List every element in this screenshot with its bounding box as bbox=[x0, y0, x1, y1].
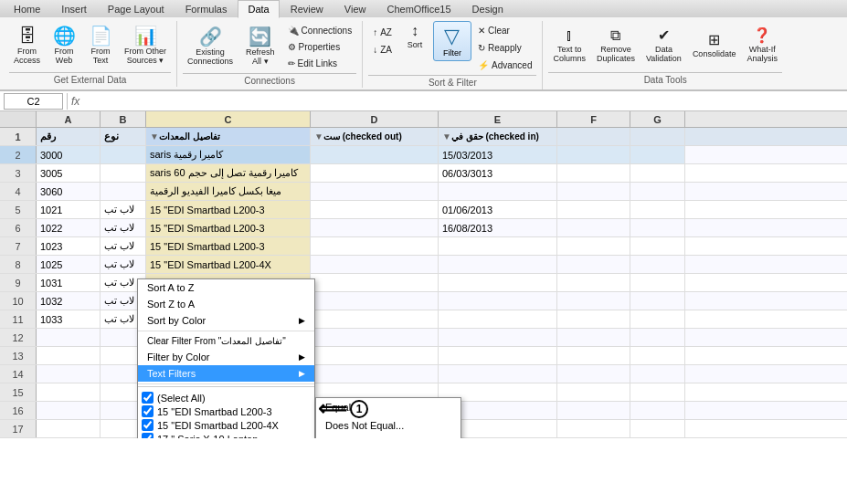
cell-c6[interactable]: 15 "EDI Smartbad L200-3 bbox=[146, 219, 311, 236]
cell-a1[interactable]: رقم bbox=[37, 128, 101, 145]
sort-az-button[interactable]: ↑AZ bbox=[368, 25, 397, 40]
sort-button[interactable]: ↕ Sort bbox=[398, 21, 431, 52]
cell-c2[interactable]: كاميرا رقمية saris bbox=[146, 146, 311, 163]
cell-d6[interactable] bbox=[311, 219, 439, 236]
cell-g3[interactable] bbox=[630, 164, 685, 182]
clear-button[interactable]: ✕ Clear bbox=[473, 23, 536, 38]
cell-b8[interactable]: لاب تب bbox=[101, 256, 146, 273]
cell-c7[interactable]: 15 "EDI Smartbad L200-3 bbox=[146, 237, 311, 255]
cell-e6[interactable]: 16/08/2013 bbox=[439, 219, 557, 236]
cell-e7[interactable] bbox=[439, 237, 557, 255]
tab-insert[interactable]: Insert bbox=[51, 0, 97, 17]
col-header-b[interactable]: B bbox=[101, 111, 146, 127]
cell-a6[interactable]: 1022 bbox=[37, 219, 101, 236]
refresh-all-button[interactable]: 🔄 RefreshAll ▾ bbox=[241, 25, 280, 68]
cell-e1[interactable]: (checked in) حقق في ▼ bbox=[439, 128, 557, 145]
sort-az-item[interactable]: Sort A to Z bbox=[138, 279, 314, 296]
cell-g10[interactable] bbox=[630, 292, 685, 310]
cb-select-all-input[interactable] bbox=[142, 392, 154, 404]
cb-item-3[interactable]: 17 " Saris X-10 Laptop bbox=[142, 432, 311, 438]
cell-c8[interactable]: 15 "EDI Smartbad L200-4X bbox=[146, 256, 311, 273]
filter-by-color-item[interactable]: Filter by Color ▶ bbox=[138, 349, 314, 365]
cell-e3[interactable]: 06/03/3013 bbox=[439, 164, 557, 182]
cell-c4[interactable]: ميغا بكسل كاميرا الفيديو الرقمية bbox=[146, 183, 311, 200]
cell-d10[interactable] bbox=[311, 292, 439, 310]
col-header-f[interactable]: F bbox=[557, 111, 630, 127]
cell-g7[interactable] bbox=[630, 237, 685, 255]
cell-d8[interactable] bbox=[311, 256, 439, 273]
col-header-a[interactable]: A bbox=[37, 111, 101, 127]
from-text-button[interactable]: 📄 FromText bbox=[83, 24, 118, 68]
tab-review[interactable]: Review bbox=[281, 0, 334, 17]
cell-b3[interactable] bbox=[101, 164, 146, 182]
col-header-e[interactable]: E bbox=[439, 111, 557, 127]
sort-za-item[interactable]: Sort Z to A bbox=[138, 296, 314, 312]
tab-home[interactable]: Home bbox=[4, 0, 50, 17]
cell-a7[interactable]: 1023 bbox=[37, 237, 101, 255]
consolidate-button[interactable]: ⊞ Consolidate bbox=[688, 30, 741, 61]
cell-a5[interactable]: 1021 bbox=[37, 201, 101, 218]
cell-e4[interactable] bbox=[439, 183, 557, 200]
existing-connections-button[interactable]: 🔗 ExistingConnections bbox=[183, 25, 238, 68]
cell-e5[interactable]: 01/06/2013 bbox=[439, 201, 557, 218]
cb-item-1[interactable]: 15 "EDI Smartbad L200-3 bbox=[142, 404, 311, 418]
cell-g2[interactable] bbox=[630, 146, 685, 163]
cell-d3[interactable] bbox=[311, 164, 439, 182]
cell-a4[interactable]: 3060 bbox=[37, 183, 101, 200]
remove-duplicates-button[interactable]: ⧉ RemoveDuplicates bbox=[592, 26, 640, 66]
col-header-d[interactable]: D bbox=[311, 111, 439, 127]
cell-b1[interactable]: نوع bbox=[101, 128, 146, 145]
cell-b7[interactable]: لاب تب bbox=[101, 237, 146, 255]
cell-a2[interactable]: 3000 bbox=[37, 146, 101, 163]
tab-design[interactable]: Design bbox=[462, 0, 513, 17]
cell-a11[interactable]: 1033 bbox=[37, 310, 101, 328]
cell-g4[interactable] bbox=[630, 183, 685, 200]
cell-g6[interactable] bbox=[630, 219, 685, 236]
cell-d5[interactable] bbox=[311, 201, 439, 218]
cell-g11[interactable] bbox=[630, 310, 685, 328]
formula-input[interactable] bbox=[83, 93, 843, 110]
text-to-columns-button[interactable]: ⫿ Text toColumns bbox=[548, 26, 590, 66]
advanced-button[interactable]: ⚡ Advanced bbox=[473, 58, 536, 73]
cell-g5[interactable] bbox=[630, 201, 685, 218]
properties-button[interactable]: ⚙ Properties bbox=[283, 39, 357, 55]
cell-f7[interactable] bbox=[557, 237, 630, 255]
reapply-button[interactable]: ↻ Reapply bbox=[473, 40, 536, 56]
cell-c1[interactable]: تفاصيل المعدات ▼ bbox=[146, 128, 311, 145]
cell-g1[interactable] bbox=[630, 128, 685, 145]
from-access-button[interactable]: 🗄 FromAccess bbox=[9, 24, 45, 68]
cell-f9[interactable] bbox=[557, 274, 630, 291]
cell-f11[interactable] bbox=[557, 310, 630, 328]
connections-button[interactable]: 🔌 Connections bbox=[283, 23, 357, 38]
cell-b5[interactable]: لاب تب bbox=[101, 201, 146, 218]
cell-a8[interactable]: 1025 bbox=[37, 256, 101, 273]
cell-b4[interactable] bbox=[101, 183, 146, 200]
submenu-begins-with[interactable]: Begins With... bbox=[316, 435, 461, 438]
cell-d1[interactable]: (checked out) ست ▼ bbox=[311, 128, 439, 145]
cb-item-1-input[interactable] bbox=[142, 405, 154, 417]
tab-page-layout[interactable]: Page Layout bbox=[98, 0, 175, 17]
cell-f10[interactable] bbox=[557, 292, 630, 310]
cell-d11[interactable] bbox=[311, 310, 439, 328]
cb-item-2-input[interactable] bbox=[142, 419, 154, 431]
clear-filter-item[interactable]: Clear Filter From "تفاصيل المعدات" bbox=[138, 333, 314, 349]
cb-item-2[interactable]: 15 "EDI Smartbad L200-4X bbox=[142, 418, 311, 432]
cell-d7[interactable] bbox=[311, 237, 439, 255]
cell-e9[interactable] bbox=[439, 274, 557, 291]
cell-c5[interactable]: 15 "EDI Smartbad L200-3 bbox=[146, 201, 311, 218]
cell-f6[interactable] bbox=[557, 219, 630, 236]
tab-formulas[interactable]: Formulas bbox=[175, 0, 238, 17]
cell-c3[interactable]: كاميرا رقمية تصل إلى حجم saris 60 bbox=[146, 164, 311, 182]
tab-chemoffice[interactable]: ChemOffice15 bbox=[376, 0, 461, 17]
cell-a10[interactable]: 1032 bbox=[37, 292, 101, 310]
sort-za-button[interactable]: ↓ZA bbox=[368, 42, 397, 58]
cell-f8[interactable] bbox=[557, 256, 630, 273]
cell-f1[interactable] bbox=[557, 128, 630, 145]
edit-links-button[interactable]: ✏ Edit Links bbox=[283, 56, 357, 71]
col-header-g[interactable]: G bbox=[630, 111, 685, 127]
tab-view[interactable]: View bbox=[334, 0, 376, 17]
cell-a9[interactable]: 1031 bbox=[37, 274, 101, 291]
cell-f3[interactable] bbox=[557, 164, 630, 182]
from-web-button[interactable]: 🌐 FromWeb bbox=[47, 24, 81, 68]
cell-g8[interactable] bbox=[630, 256, 685, 273]
